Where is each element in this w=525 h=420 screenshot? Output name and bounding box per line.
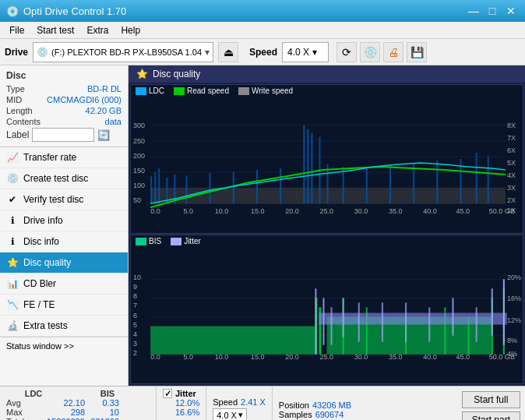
svg-text:20.0: 20.0 [285,353,299,361]
legend-jitter-color [171,238,181,245]
sidebar-label-extra-tests: Extra tests [23,320,68,331]
svg-text:35.0: 35.0 [389,207,403,215]
drive-label: Drive [5,47,28,58]
total-row: Total 15280099 231266 [6,417,150,420]
svg-text:8: 8 [133,292,137,300]
disc-info-panel: Disc Type BD-R DL MID CMCMAGDI6 (000) Le… [0,65,128,147]
sidebar-label-transfer-rate: Transfer rate [23,152,76,163]
disc-contents-row: Contents data [6,117,122,126]
svg-text:25.0: 25.0 [319,353,333,361]
spin-icon[interactable]: ⟳ [336,42,357,62]
svg-rect-51 [436,161,438,203]
main-area: Disc Type BD-R DL MID CMCMAGDI6 (000) Le… [0,65,525,386]
svg-rect-95 [476,307,477,341]
sidebar-item-extra-tests[interactable]: 🔬 Extra tests [0,316,128,337]
position-value: 43206 MB [312,401,351,410]
svg-text:2X: 2X [507,196,516,204]
jitter-checkbox[interactable]: ✓ [163,389,172,398]
legend-write-speed-label: Write speed [252,86,293,95]
title-bar-controls[interactable]: — □ ✕ [466,3,519,19]
svg-text:8%: 8% [507,337,517,344]
disc-length-value: 42.20 GB [86,106,122,115]
disc-type-label: Type [6,84,25,94]
sidebar-item-disc-quality[interactable]: ⭐ Disc quality [0,252,128,274]
svg-text:12%: 12% [507,316,521,324]
disc-label-refresh-icon[interactable]: 🔄 [97,129,110,141]
chart-top: LDC Read speed Write speed 300 250 2 [130,84,523,234]
total-label: Total [6,417,31,420]
menu-starttest[interactable]: Start test [30,23,80,37]
svg-text:35.0: 35.0 [389,353,403,361]
svg-rect-91 [382,302,383,341]
svg-text:15.0: 15.0 [251,207,265,215]
svg-text:200: 200 [133,152,145,160]
start-full-button[interactable]: Start full [462,391,520,408]
position-row: Position 43206 MB [279,401,351,410]
legend-read-speed-label: Read speed [187,86,229,95]
legend-read-speed: Read speed [174,86,229,95]
svg-text:2: 2 [133,349,137,357]
disc-quality-header: ⭐ Disc quality [129,65,525,83]
drive-value: (F:) PLEXTOR BD-R PX-LB950SA 1.04 [51,48,202,57]
svg-text:40.0: 40.0 [423,353,437,361]
svg-text:5X: 5X [507,159,516,167]
maximize-button[interactable]: □ [484,3,500,19]
start-part-button[interactable]: Start part [462,411,520,421]
drive-icon: 💿 [37,47,48,58]
sidebar-nav: 📈 Transfer rate 💿 Create test disc ✔ Ver… [0,147,128,386]
max-row: Max 298 10 [6,408,150,417]
cd-bler-icon: 📊 [6,277,19,290]
legend-bis: BIS [136,237,161,245]
position-label: Position [279,401,309,410]
toolbar-icons: ⟳ 💿 🖨 💾 [336,42,427,62]
avg-label: Avg [6,398,31,408]
sidebar-item-cd-bler[interactable]: 📊 CD Bler [0,274,128,295]
sidebar-item-disc-info[interactable]: ℹ Disc info [0,231,128,252]
total-ldc: 15280099 [34,417,85,420]
svg-rect-94 [452,298,453,335]
sidebar-item-verify-test-disc[interactable]: ✔ Verify test disc [0,189,128,210]
legend-write-speed: Write speed [238,86,293,95]
speed-value: 4.0 X [287,47,309,58]
close-button[interactable]: ✕ [503,3,519,19]
eject-icon[interactable]: ⏏ [218,42,238,62]
status-window-toggle[interactable]: Status window >> [0,337,128,355]
svg-rect-33 [154,172,156,203]
transfer-rate-icon: 📈 [6,151,19,164]
disc-label-row: Label 🔄 [6,128,122,142]
svg-rect-40 [256,170,258,203]
drive-select[interactable]: 💿 (F:) PLEXTOR BD-R PX-LB950SA 1.04 ▾ [33,42,213,62]
menu-help[interactable]: Help [115,23,146,37]
disc-length-row: Length 42.20 GB [6,106,122,115]
drive-dropdown-arrow: ▾ [205,47,210,58]
save-icon[interactable]: 💾 [407,42,427,62]
sidebar-item-create-test-disc[interactable]: 💿 Create test disc [0,168,128,189]
sidebar-item-fe-te[interactable]: 📉 FE / TE [0,295,128,316]
max-bis: 10 [88,408,119,417]
max-ldc: 298 [34,408,85,417]
speed-section: Speed 2.41 X 4.0 X ▾ [206,386,272,420]
legend-jitter: Jitter [171,237,201,245]
sidebar-item-transfer-rate[interactable]: 📈 Transfer rate [0,147,128,168]
position-section: Position 43206 MB Samples 690674 [272,386,358,420]
disc-contents-value: data [105,117,122,126]
svg-text:7X: 7X [507,134,516,142]
minimize-button[interactable]: — [466,3,481,19]
speed-select-box[interactable]: 4.0 X ▾ [213,408,247,420]
speed-select[interactable]: 4.0 X ▾ [282,42,329,62]
disc-label-input[interactable] [32,128,94,142]
svg-rect-85 [319,312,506,324]
svg-rect-93 [428,307,430,341]
disc-green-icon[interactable]: 💿 [360,42,380,62]
svg-text:15.0: 15.0 [251,353,265,361]
menu-extra[interactable]: Extra [80,23,115,37]
sidebar-item-drive-info[interactable]: ℹ Drive info [0,210,128,231]
svg-text:6X: 6X [507,146,516,154]
speed-dropdown-arrow: ▾ [312,47,317,58]
menu-file[interactable]: File [3,23,30,37]
svg-text:7: 7 [133,302,137,309]
svg-text:0.0: 0.0 [150,353,160,361]
samples-row: Samples 690674 [279,410,351,419]
jitter-label: Jitter [175,389,196,398]
disc-orange-icon[interactable]: 🖨 [383,42,403,62]
